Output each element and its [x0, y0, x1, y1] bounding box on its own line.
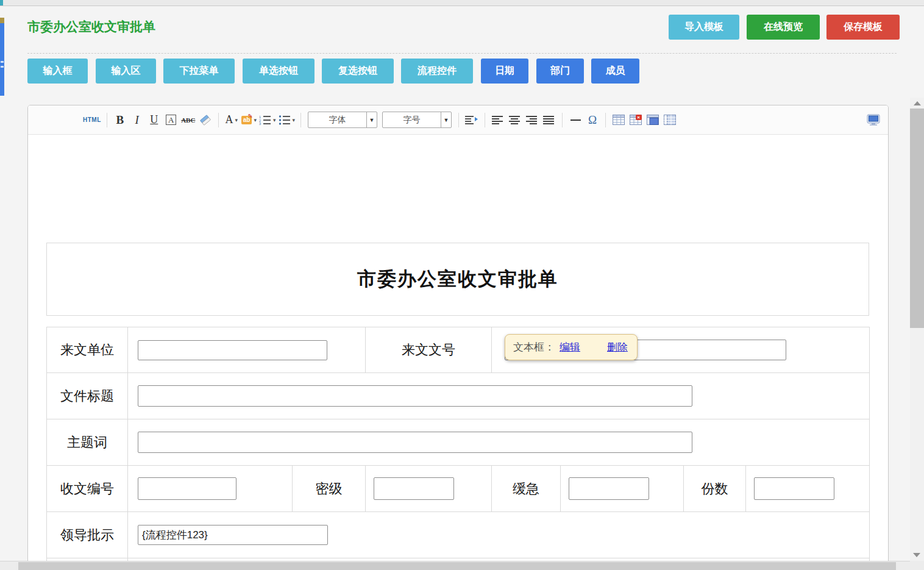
toolbar-separator [485, 113, 485, 127]
toolbar-separator [218, 113, 219, 127]
palette-flow-control-button[interactable]: 流程控件 [401, 59, 473, 84]
font-size-label: 字号 [383, 112, 441, 127]
online-preview-button[interactable]: 在线预览 [747, 15, 820, 40]
save-template-button[interactable]: 保存模板 [826, 15, 900, 40]
left-edge-artifact [0, 18, 4, 23]
copies-input[interactable] [754, 477, 834, 500]
palette-input-box-button[interactable]: 输入框 [27, 59, 88, 84]
horizontal-scrollbar-thumb[interactable] [18, 562, 896, 570]
font-size-select[interactable]: 字号▼ [382, 112, 452, 128]
left-edge-blue-strip [0, 23, 4, 96]
bold-button[interactable]: B [113, 112, 127, 128]
scrollbar-corner [910, 561, 924, 570]
corner-artifact [0, 0, 3, 5]
italic-button[interactable]: I [130, 112, 144, 128]
align-justify-button[interactable] [542, 112, 556, 128]
table-row: 领导批示 [47, 512, 870, 558]
insert-table-button[interactable] [611, 112, 626, 128]
palette-date-button[interactable]: 日期 [481, 59, 528, 84]
palette-input-area-button[interactable]: 输入区 [96, 59, 156, 84]
boxed-a-icon: A [166, 115, 176, 125]
editor-toolbar: HTML B I U A ABC A▾ ab✎▾ 1 2 [28, 105, 888, 135]
scroll-up-arrow-icon[interactable] [914, 101, 921, 105]
chevron-down-icon: ▼ [441, 112, 451, 127]
secrecy-label: 密级 [293, 480, 365, 498]
unordered-list-button[interactable]: ▾ [279, 112, 296, 128]
align-center-button[interactable] [508, 112, 522, 128]
align-center-icon [509, 115, 521, 125]
table-row: 收文编号 密级 缓急 份数 [47, 466, 870, 512]
toolbar-separator [562, 113, 563, 127]
widget-tooltip: 文本框： 编辑 删除 [505, 334, 638, 360]
receipt-number-label: 收文编号 [47, 480, 127, 498]
fullscreen-button[interactable] [866, 112, 881, 128]
table-grid-button[interactable] [663, 112, 677, 128]
app-window: 市委办公室收文审批单 导入模板 在线预览 保存模板 输入框 输入区 下拉菜单 单… [0, 0, 924, 570]
ordered-list-button[interactable]: 1 2 3 ▾ [259, 112, 276, 128]
insert-table-icon [613, 115, 625, 125]
font-color-icon: A [226, 113, 233, 126]
horizontal-rule-button[interactable] [568, 112, 583, 128]
align-right-icon [526, 115, 538, 125]
remove-format-button[interactable] [198, 112, 213, 128]
eraser-icon [199, 115, 211, 126]
doc-title-label: 文件标题 [47, 387, 127, 405]
indent-button[interactable] [464, 112, 479, 128]
align-justify-icon [543, 115, 555, 125]
delete-table-button[interactable]: × [628, 112, 643, 128]
underline-button[interactable]: U [147, 112, 162, 128]
palette-radio-button[interactable]: 单选按钮 [243, 59, 315, 84]
font-family-select[interactable]: 字体▼ [308, 112, 377, 128]
font-format-button[interactable]: A [164, 112, 179, 128]
toolbar-separator [300, 113, 301, 127]
leader-comment-input[interactable] [138, 525, 328, 545]
chevron-down-icon: ▼ [366, 112, 377, 127]
align-right-button[interactable] [525, 112, 539, 128]
vertical-scrollbar[interactable] [910, 98, 924, 561]
delete-table-icon: × [630, 115, 642, 125]
toolbar-separator [107, 113, 107, 127]
svg-text:3: 3 [259, 122, 261, 125]
palette-member-button[interactable]: 成员 [591, 59, 639, 84]
horizontal-scrollbar[interactable] [0, 561, 924, 570]
table-cell-props-icon [647, 115, 659, 125]
toolbar-separator [458, 113, 459, 127]
palette-department-button[interactable]: 部门 [536, 59, 584, 84]
tooltip-edit-link[interactable]: 编辑 [560, 340, 580, 354]
strikethrough-button[interactable]: ABC [181, 112, 196, 128]
browser-top-strip [0, 0, 924, 6]
copies-label: 份数 [684, 480, 745, 498]
source-unit-input[interactable] [138, 340, 327, 360]
receipt-number-input[interactable] [138, 477, 236, 500]
chevron-down-icon: ▾ [293, 117, 296, 123]
doc-title-input[interactable] [138, 385, 692, 407]
ordered-list-icon: 1 2 3 [259, 115, 271, 125]
subject-words-input[interactable] [138, 432, 692, 453]
tooltip-delete-link[interactable]: 删除 [607, 340, 628, 354]
vertical-scrollbar-thumb[interactable] [910, 109, 924, 328]
table-row: 来文单位 来文文号 [47, 327, 870, 373]
urgency-input[interactable] [569, 477, 649, 500]
font-family-label: 字体 [308, 112, 366, 127]
special-char-button[interactable]: Ω [585, 112, 600, 128]
form-title: 市委办公室收文审批单 [357, 266, 558, 292]
font-color-button[interactable]: A▾ [224, 112, 239, 128]
tooltip-label: 文本框： [513, 340, 555, 354]
doc-number-label: 来文文号 [366, 341, 491, 359]
align-left-button[interactable] [491, 112, 505, 128]
horizontal-rule-icon [570, 119, 581, 121]
fullscreen-icon [867, 114, 880, 126]
scroll-down-arrow-icon[interactable] [913, 553, 920, 557]
align-left-icon [492, 115, 504, 125]
table-cell-props-button[interactable] [645, 112, 660, 128]
editor-content[interactable]: 市委办公室收文审批单 来文单位 来文文号 文件标题 主 [28, 135, 888, 570]
source-code-button[interactable]: HTML [83, 112, 101, 128]
palette-checkbox-button[interactable]: 复选按钮 [322, 59, 394, 84]
chevron-down-icon: ▾ [254, 117, 257, 123]
chevron-down-icon: ▾ [273, 117, 276, 123]
palette-dropdown-button[interactable]: 下拉菜单 [163, 59, 235, 84]
svg-text:×: × [637, 115, 640, 120]
import-template-button[interactable]: 导入模板 [669, 15, 739, 40]
secrecy-input[interactable] [374, 477, 454, 500]
highlight-button[interactable]: ab✎▾ [241, 112, 257, 128]
